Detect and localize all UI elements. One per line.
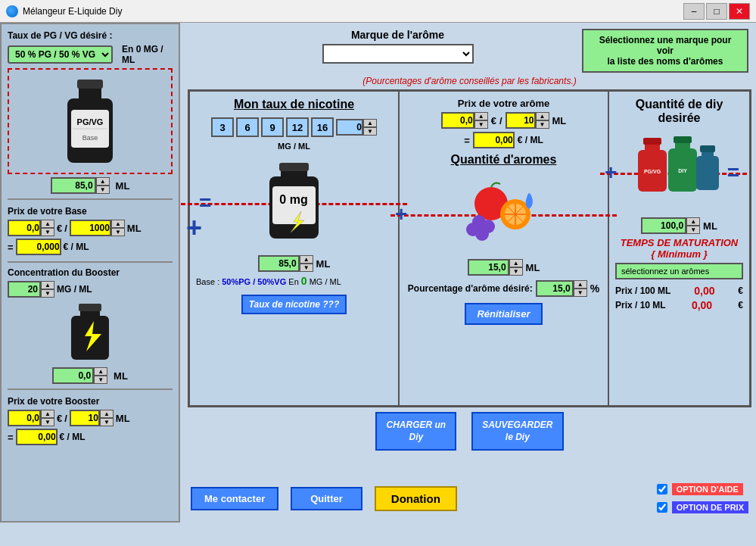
nico-btn-16[interactable]: 16 xyxy=(311,117,334,137)
mg-ml-label: MG / ML xyxy=(196,142,392,151)
app-title: Mélangeur E-Liquide Diy xyxy=(23,6,683,17)
donation-button[interactable]: Donation xyxy=(375,486,457,511)
prix-base2-up[interactable]: ▲ xyxy=(111,220,125,228)
arome-ml-down[interactable]: ▼ xyxy=(509,267,523,276)
nico-ml-up[interactable]: ▲ xyxy=(300,255,313,264)
hint-box: Sélectionnez une marque pour voirla list… xyxy=(582,29,748,73)
sauvegarder-button[interactable]: SAUVEGARDER le Diy xyxy=(471,412,563,451)
prix-arome2-up[interactable]: ▲ xyxy=(536,112,549,120)
maximize-button[interactable]: □ xyxy=(706,3,727,20)
prix-base-input1[interactable] xyxy=(8,220,41,236)
nico-custom-up[interactable]: ▲ xyxy=(363,119,377,127)
nico-btn-12[interactable]: 12 xyxy=(286,117,309,137)
svg-text:PG/VG: PG/VG xyxy=(77,117,104,126)
nico-custom-down[interactable]: ▼ xyxy=(363,127,377,136)
base-ml-down[interactable]: ▼ xyxy=(96,186,110,194)
base-info: Base : 50%PG / 50%VG En 0 MG / ML xyxy=(196,275,392,287)
nico-buttons: 3 6 9 12 16 ▲ ▼ xyxy=(196,117,392,137)
window-controls: – □ ✕ xyxy=(683,3,750,20)
prix-arome2-down[interactable]: ▼ xyxy=(536,120,549,129)
prix-arome-input2[interactable] xyxy=(506,112,536,129)
reinit-button[interactable]: Rénitialiser xyxy=(465,303,542,325)
close-button[interactable]: ✕ xyxy=(729,3,750,20)
prix-booster2-up[interactable]: ▲ xyxy=(100,410,114,418)
quit-button[interactable]: Quitter xyxy=(291,487,362,510)
minimize-button[interactable]: – xyxy=(683,3,705,20)
pgvg-bottle-container: PG/VG Base xyxy=(8,68,173,174)
prix-base1-up[interactable]: ▲ xyxy=(41,220,54,228)
prix-arome1-down[interactable]: ▼ xyxy=(474,120,488,129)
prix-booster-input1[interactable] xyxy=(8,410,41,426)
svg-text:DIY: DIY xyxy=(678,168,687,173)
nico-btn-6[interactable]: 6 xyxy=(236,117,259,137)
pourcent-down[interactable]: ▼ xyxy=(574,289,587,297)
arome-ml-spinner[interactable]: ▲ ▼ xyxy=(468,259,523,276)
aromes-select-button[interactable]: sélectionnez un arômes xyxy=(615,263,743,279)
nico-custom-spinner[interactable]: ▲ ▼ xyxy=(336,117,377,137)
result-ml-spinner[interactable]: ▲ ▼ xyxy=(641,217,700,234)
prix-base-row: ▲ ▼ € / ▲ ▼ ML xyxy=(8,220,173,236)
nico-btn-9[interactable]: 9 xyxy=(261,117,284,137)
option-prix-checkbox[interactable] xyxy=(657,502,667,513)
prix-booster-result-input[interactable] xyxy=(16,429,58,445)
pg-vg-select[interactable]: 50 % PG / 50 % VG xyxy=(8,45,113,64)
arome-section: Prix de votre arôme ▲ ▼ € / xyxy=(400,92,609,405)
prix-100ml-row: Prix / 100 ML 0,00 € xyxy=(615,285,743,297)
pourcent-spinner[interactable]: ▲ ▼ xyxy=(536,280,587,297)
concentration-down[interactable]: ▼ xyxy=(41,289,54,298)
prix-arome-result-input[interactable] xyxy=(473,132,515,148)
concentration-up[interactable]: ▲ xyxy=(41,281,54,289)
marque-select[interactable] xyxy=(322,44,474,64)
result-ml-up[interactable]: ▲ xyxy=(686,217,700,226)
prix-arome-input1[interactable] xyxy=(441,112,474,129)
diy-bottles: PG/VG DIY xyxy=(634,135,725,211)
footer-left: Me contacter Quitter Donation xyxy=(191,486,457,511)
nico-btn-3[interactable]: 3 xyxy=(211,117,234,137)
prix-booster1-up[interactable]: ▲ xyxy=(41,410,54,418)
option-prix-label: OPTION DE PRIX xyxy=(672,501,748,513)
nico-ml-spinner[interactable]: ▲ ▼ xyxy=(258,255,313,272)
pourcent-up[interactable]: ▲ xyxy=(574,280,587,289)
svg-rect-38 xyxy=(700,145,715,152)
concentration-input[interactable] xyxy=(8,281,41,298)
option-prix-row: OPTION DE PRIX xyxy=(657,501,748,513)
base-ml-up[interactable]: ▲ xyxy=(96,177,110,186)
concentration-section: Concentration du Booster ▲ ▼ MG / ML xyxy=(8,267,173,384)
booster-ml-input[interactable] xyxy=(52,367,94,384)
prix-base-input2[interactable] xyxy=(70,220,111,236)
nico-ml-input[interactable] xyxy=(258,255,300,272)
base-ml-input[interactable] xyxy=(51,177,96,194)
prix-base2-down[interactable]: ▼ xyxy=(111,228,125,236)
prix-booster-input2[interactable] xyxy=(70,410,100,426)
prix-arome-row: ▲ ▼ € / ▲ ▼ ML xyxy=(406,112,602,129)
arome-fruits xyxy=(462,175,546,254)
prix-booster2-down[interactable]: ▼ xyxy=(100,418,114,426)
svg-text:PG/VG: PG/VG xyxy=(643,169,661,174)
booster-ml-down[interactable]: ▼ xyxy=(94,376,107,384)
booster-ml-spinner[interactable]: ▲ ▼ xyxy=(52,367,107,384)
prix-arome-spinner1[interactable]: ▲ ▼ xyxy=(441,112,488,129)
result-ml-down[interactable]: ▼ xyxy=(686,226,700,234)
arome-ml-up[interactable]: ▲ xyxy=(509,259,523,267)
nico-ml-down[interactable]: ▼ xyxy=(300,264,313,272)
prix-booster1-down[interactable]: ▼ xyxy=(41,418,54,426)
plus-result: + xyxy=(605,161,617,185)
result-ml-input[interactable] xyxy=(641,217,686,234)
hint-text: Sélectionnez une marque pour voirla list… xyxy=(599,35,732,67)
taux-nicotine-button[interactable]: Taux de nicotine ??? xyxy=(241,295,347,314)
base-mg-ml: MG / ML xyxy=(310,277,341,286)
prix-base1-down[interactable]: ▼ xyxy=(41,228,54,236)
nico-custom-input[interactable] xyxy=(336,119,363,136)
arome-ml-input[interactable] xyxy=(468,259,509,276)
prix-base-result-input[interactable] xyxy=(16,239,61,255)
prix-arome-spinner2[interactable]: ▲ ▼ xyxy=(506,112,549,129)
pourcent-input[interactable] xyxy=(536,280,574,297)
charger-button[interactable]: CHARGER un Diy xyxy=(375,412,456,451)
prix-arome1-up[interactable]: ▲ xyxy=(474,112,488,120)
base-ml-spinner[interactable]: ▲ ▼ xyxy=(51,177,110,194)
option-aide-checkbox[interactable] xyxy=(657,484,667,495)
prix-100ml-label: Prix / 100 ML xyxy=(615,285,670,296)
contact-button[interactable]: Me contacter xyxy=(191,487,278,510)
booster-ml-up[interactable]: ▲ xyxy=(94,367,107,376)
prix-booster-section: Prix de votre Booster ▲ ▼ € / ▲ ▼ xyxy=(8,396,173,445)
